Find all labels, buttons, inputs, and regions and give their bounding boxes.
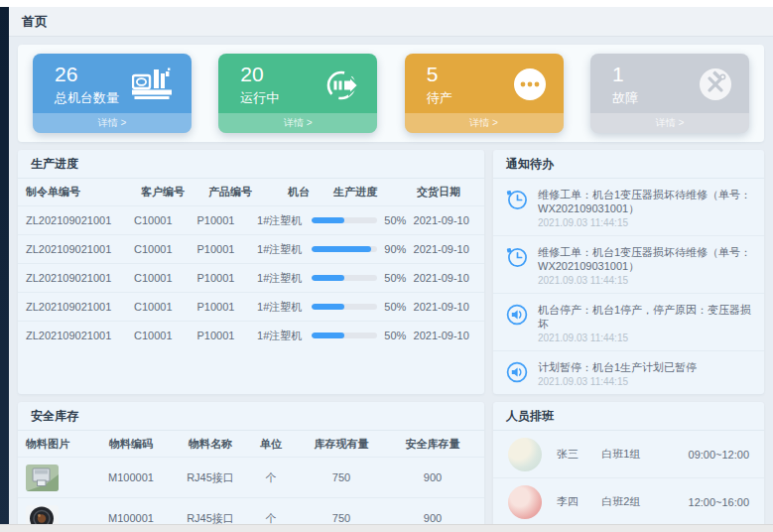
stat-label: 故障 [612, 89, 638, 107]
notification-time: 2021.09.03 11:44:15 [538, 217, 752, 228]
speaker-icon [505, 360, 529, 384]
safety-stock-panel: 安全库存 物料图片 物料编码 物料名称 单位 库存现有量 安全库存量 [18, 402, 484, 524]
notification-time: 2021.09.03 11:44:15 [538, 376, 697, 387]
customer-no: C10001 [124, 214, 184, 226]
staff-row: 李四 白班2组 12:00~16:00 [493, 478, 764, 524]
stat-value: 20 [240, 63, 279, 86]
notification-item[interactable]: 维修工单：机台1变压器损坏待维修（单号：WX202109031001） 2021… [493, 236, 764, 294]
table-header: 制令单编号 客户编号 产品编号 机台 生产进度 交货日期 [18, 179, 484, 205]
stat-card-running[interactable]: 20 运行中 详情 > [218, 54, 377, 133]
notification-item[interactable]: 计划暂停：机台1生产计划已暂停 2021.09.03 11:44:15 [493, 351, 764, 394]
delivery-date: 2021-09-10 [406, 330, 476, 341]
notification-time: 2021.09.03 11:44:15 [538, 332, 752, 343]
rj45-connector-photo [26, 465, 59, 491]
machine: 1#注塑机 [249, 329, 310, 343]
stat-card-waiting[interactable]: 5 待产 详情 > [405, 54, 564, 133]
avatar [508, 485, 542, 519]
window-top-edge [0, 0, 773, 7]
stat-label: 待产 [427, 89, 452, 107]
table-header: 物料图片 物料编码 物料名称 单位 库存现有量 安全库存量 [18, 431, 484, 457]
running-cycle-icon [323, 66, 361, 108]
notification-item[interactable]: 机台停产：机台1停产，停产原因：变压器损坏 2021.09.03 11:44:1… [493, 294, 764, 351]
material-code: M100001 [89, 512, 173, 524]
stat-label: 运行中 [240, 89, 279, 107]
detail-link[interactable]: 详情 > [405, 113, 564, 133]
clock-icon [505, 188, 529, 211]
progress-label: 90% [384, 243, 406, 255]
production-progress-panel: 生产进度 制令单编号 客户编号 产品编号 机台 生产进度 交货日期 ZL2021… [18, 150, 484, 394]
delivery-date: 2021-09-10 [406, 301, 476, 313]
staff-time: 09:00~12:00 [661, 449, 749, 461]
stat-value: 26 [55, 63, 119, 86]
production-table: 制令单编号 客户编号 产品编号 机台 生产进度 交货日期 ZL202109021… [18, 179, 484, 349]
notification-text: 维修工单：机台1变压器损坏待维修（单号：WX202109031001） [538, 245, 752, 273]
customer-no: C10001 [124, 272, 184, 284]
product-no: P10001 [183, 272, 249, 284]
machine: 1#注塑机 [249, 300, 310, 315]
inventory-table: 物料图片 物料编码 物料名称 单位 库存现有量 安全库存量 [18, 431, 484, 524]
table-row: ZL202109021001 C10001 P10001 1#注塑机 50% 2… [18, 292, 484, 321]
stat-value: 1 [612, 63, 638, 86]
detail-link[interactable]: 详情 > [590, 113, 749, 133]
material-code: M100001 [89, 471, 173, 483]
order-no: ZL202109021001 [26, 214, 124, 226]
speaker-icon [505, 303, 529, 327]
table-row: ZL202109021001 C10001 P10001 1#注塑机 50% 2… [18, 205, 484, 234]
stats-panel: 26 总机台数量 [18, 45, 764, 142]
notification-text: 维修工单：机台1变压器损坏待维修（单号：WX202109031001） [538, 188, 752, 215]
stat-value: 5 [427, 63, 452, 86]
unit: 个 [248, 511, 294, 525]
table-row: ZL202109021001 C10001 P10001 1#注塑机 50% 2… [18, 321, 484, 349]
ellipsis-icon [512, 66, 548, 106]
staff-name: 李四 [557, 494, 601, 509]
machine: 1#注塑机 [249, 271, 310, 286]
delivery-date: 2021-09-10 [406, 243, 476, 255]
table-row: M100001 RJ45接口 个 750 900 [18, 497, 484, 524]
progress-bar [312, 304, 377, 310]
progress-label: 50% [384, 214, 406, 226]
product-no: P10001 [183, 301, 249, 313]
tab-home[interactable]: 首页 [22, 13, 48, 31]
panel-title: 安全库存 [18, 402, 484, 431]
progress-bar [312, 275, 377, 281]
collapsed-sidebar[interactable] [0, 7, 9, 524]
notification-text: 机台停产：机台1停产，停产原因：变压器损坏 [538, 303, 752, 331]
staff-row: 张三 白班1组 09:00~12:00 [493, 431, 764, 478]
stock-qty: 750 [294, 512, 389, 524]
order-no: ZL202109021001 [26, 330, 124, 341]
unit: 个 [248, 470, 294, 485]
machine: 1#注塑机 [249, 213, 310, 228]
safety-qty: 900 [389, 512, 476, 524]
main-area: 首页 26 总机台数量 [9, 7, 773, 524]
clock-icon [505, 245, 529, 269]
detail-link[interactable]: 详情 > [33, 113, 192, 133]
table-row: ZL202109021001 C10001 P10001 1#注塑机 90% 2… [18, 234, 484, 263]
progress-label: 50% [384, 301, 406, 313]
customer-no: C10001 [124, 330, 184, 341]
staff-shift: 白班2组 [601, 494, 660, 509]
panel-title: 通知待办 [493, 150, 764, 179]
order-no: ZL202109021001 [26, 301, 124, 313]
detail-link[interactable]: 详情 > [218, 113, 377, 133]
progress-bar [312, 246, 377, 252]
material-name: RJ45接口 [173, 511, 248, 525]
panel-title: 生产进度 [18, 150, 484, 179]
panel-title: 人员排班 [493, 402, 764, 431]
stat-card-total-machines[interactable]: 26 总机台数量 [33, 54, 192, 133]
avatar [508, 438, 542, 471]
order-no: ZL202109021001 [26, 243, 124, 255]
product-no: P10001 [183, 243, 249, 255]
notification-item[interactable]: 维修工单：机台1变压器损坏待维修（单号：WX202109031001） 2021… [493, 179, 764, 236]
machine-icon [132, 66, 176, 106]
notification-time: 2021.09.03 11:44:15 [538, 275, 752, 286]
stat-card-fault[interactable]: 1 故障 [590, 54, 749, 133]
window-bottom-edge [0, 524, 773, 532]
notification-text: 计划暂停：机台1生产计划已暂停 [538, 360, 697, 374]
product-no: P10001 [183, 214, 249, 226]
staff-name: 张三 [557, 447, 601, 462]
delivery-date: 2021-09-10 [406, 272, 476, 284]
progress-label: 50% [384, 330, 406, 341]
stat-label: 总机台数量 [55, 89, 119, 107]
table-row: ZL202109021001 C10001 P10001 1#注塑机 50% 2… [18, 263, 484, 292]
stock-qty: 750 [294, 471, 389, 483]
